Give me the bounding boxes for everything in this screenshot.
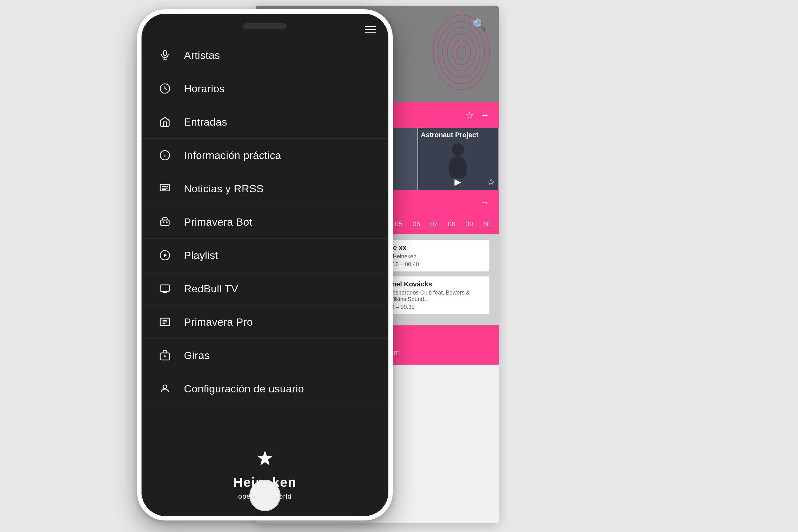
bot-icon (157, 214, 173, 230)
menu-label-configuracion: Configuración de usuario (184, 383, 304, 395)
svg-point-11 (449, 156, 467, 178)
schedule-venue-thexx: 📍 Heineken (385, 253, 485, 260)
date-tab-09[interactable]: 09 (463, 219, 475, 229)
date-tab-07[interactable]: 07 (428, 219, 440, 229)
menu-label-redbull: RedBull TV (184, 283, 238, 295)
user-icon (157, 381, 173, 396)
artist-name-3: Astronaut Project (421, 131, 478, 139)
menu-items-list: Artistas Horarios Entradas (141, 14, 388, 434)
svg-point-3 (447, 34, 475, 71)
menu-label-informacion: Información práctica (184, 149, 281, 162)
menu-item-informacion[interactable]: Información práctica (141, 139, 388, 172)
menu-item-redbull-tv[interactable]: RedBull TV (141, 272, 388, 305)
mic-icon (157, 48, 173, 63)
bag-icon (157, 347, 173, 363)
svg-point-10 (452, 144, 464, 156)
date-tab-30b[interactable]: 30 (480, 219, 493, 229)
ticket-icon (157, 114, 173, 130)
hamburger-line-2 (365, 29, 376, 30)
phone-screen: Artistas Horarios Entradas (141, 14, 388, 516)
svg-point-5 (457, 46, 466, 59)
schedule-item-kornel[interactable]: Kórnel Kovácks 📍 Desperados Club feat. B… (376, 277, 489, 314)
heineken-star-icon (255, 449, 274, 471)
svg-point-29 (167, 223, 168, 224)
phone-frame: Artistas Horarios Entradas (137, 10, 393, 520)
menu-label-horarios: Horarios (184, 82, 225, 95)
pro-icon (157, 314, 173, 330)
horarios-arrow-icon[interactable]: → (480, 197, 489, 208)
svg-point-42 (163, 385, 167, 388)
hamburger-button[interactable] (365, 26, 376, 33)
menu-label-primavera-pro: Primavera Pro (184, 316, 253, 328)
artist-card-3[interactable]: Astronaut Project ☆ ▶ (418, 128, 499, 190)
date-tab-06[interactable]: 06 (410, 219, 423, 229)
menu-item-giras[interactable]: Giras (141, 339, 388, 372)
menu-overlay: Artistas Horarios Entradas (141, 14, 388, 516)
date-tab-05[interactable]: 05 (393, 219, 405, 229)
menu-item-noticias[interactable]: Noticias y RRSS (141, 172, 388, 205)
menu-label-entradas: Entradas (184, 116, 227, 128)
menu-item-configuracion[interactable]: Configuración de usuario (141, 372, 388, 405)
menu-item-artistas[interactable]: Artistas (141, 39, 388, 72)
schedule-venue-kornel: 📍 Desperados Club feat. Bowers & Wilkins… (380, 289, 485, 303)
svg-point-0 (433, 15, 489, 90)
phone-inner: Artistas Horarios Entradas (141, 14, 388, 516)
schedule-time-thexx: 23:10 – 00:40 (385, 261, 485, 268)
artists-icons: ☆ → (466, 110, 489, 120)
svg-marker-31 (164, 253, 167, 257)
menu-item-primavera-bot[interactable]: Primavera Bot (141, 205, 388, 239)
menu-item-primavera-pro[interactable]: Primavera Pro (141, 305, 388, 339)
svg-point-28 (162, 223, 163, 224)
hamburger-line-3 (365, 33, 376, 33)
svg-point-2 (443, 27, 480, 77)
schedule-name-thexx: The xx (385, 244, 485, 252)
svg-point-1 (438, 21, 485, 83)
play-icon-3[interactable]: ▶ (455, 177, 461, 187)
phone-home-button[interactable] (249, 480, 281, 511)
svg-point-4 (452, 40, 471, 65)
schedule-item-thexx[interactable]: The xx 📍 Heineken 23:10 – 00:40 (380, 240, 489, 271)
menu-label-giras: Giras (184, 349, 210, 362)
schedule-time-kornel: 23:30 – 00:30 (380, 304, 485, 310)
star-icon[interactable]: ☆ (466, 110, 474, 120)
svg-rect-26 (163, 218, 167, 220)
play-circle-icon (157, 247, 173, 263)
schedule-name-kornel: Kórnel Kovácks (380, 280, 485, 288)
hamburger-line-1 (365, 26, 376, 27)
svg-marker-43 (258, 450, 272, 465)
news-icon (157, 181, 173, 196)
arrow-right-icon[interactable]: → (480, 110, 489, 120)
menu-label-playlist: Playlist (184, 249, 218, 262)
info-icon (157, 147, 173, 163)
star-outline-icon-3[interactable]: ☆ (487, 177, 495, 187)
clock-icon (157, 81, 173, 96)
menu-item-horarios[interactable]: Horarios (141, 72, 388, 105)
fingerprint-decoration (430, 9, 493, 97)
menu-label-primavera-bot: Primavera Bot (184, 216, 252, 228)
menu-label-noticias: Noticias y RRSS (184, 183, 264, 195)
tv-icon (157, 281, 173, 297)
date-tab-08[interactable]: 08 (445, 219, 458, 229)
svg-rect-12 (164, 51, 167, 56)
phone-speaker (243, 23, 287, 29)
svg-rect-32 (160, 285, 170, 291)
menu-item-entradas[interactable]: Entradas (141, 105, 388, 139)
menu-item-playlist[interactable]: Playlist (141, 239, 388, 272)
menu-label-artistas: Artistas (184, 49, 220, 61)
